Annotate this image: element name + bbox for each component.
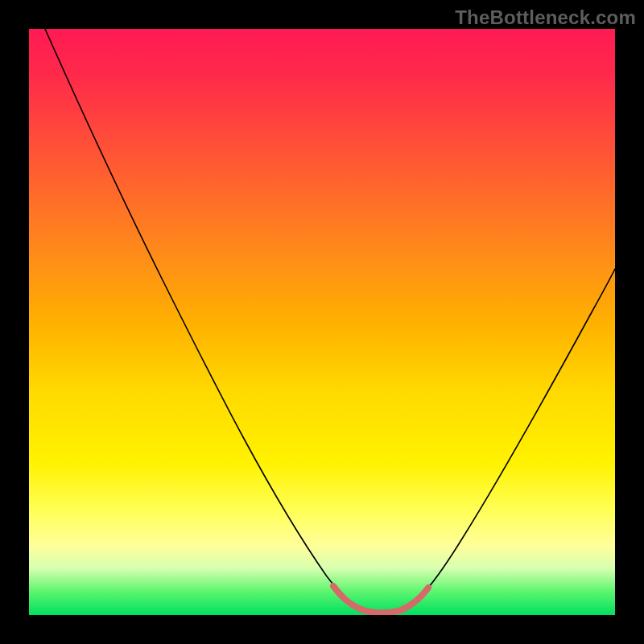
optimal-range-highlight [333,586,428,613]
curve-layer [29,29,615,615]
chart-frame: TheBottleneck.com [0,0,644,644]
bottleneck-curve [45,29,615,612]
watermark-text: TheBottleneck.com [455,6,636,29]
plot-area [29,29,615,615]
